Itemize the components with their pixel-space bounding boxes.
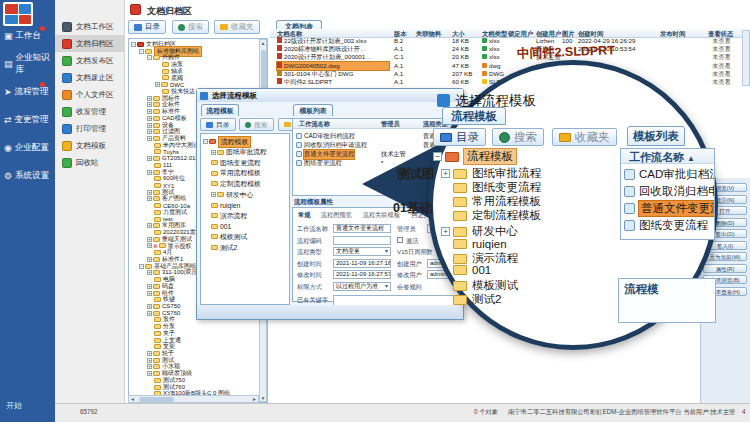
workspace-item-4[interactable]: 文档废止区: [55, 69, 125, 86]
sidebar-item-3[interactable]: ➤流程管理: [0, 80, 55, 104]
doc-name-cell[interactable]: 2020设计开发计划表_000001…: [277, 53, 389, 61]
table-vertical-scrollbar[interactable]: [742, 30, 750, 86]
property-tab-1[interactable]: 常规: [298, 211, 310, 220]
tree-expander-icon[interactable]: +: [147, 371, 152, 376]
field-input[interactable]: 文档变更: [333, 247, 391, 256]
tree-expander-icon[interactable]: +: [147, 102, 152, 107]
tree-expander-icon[interactable]: +: [147, 96, 152, 101]
tree-expander-icon[interactable]: +: [211, 192, 216, 197]
doc-name-cell[interactable]: DWG20040502.dwg: [277, 62, 389, 70]
version-cell: B.2: [394, 37, 403, 45]
dialog-tree-item[interactable]: 测试2: [211, 243, 237, 252]
tree-expander-icon[interactable]: +: [147, 156, 152, 161]
field-input[interactable]: [333, 236, 391, 245]
dialog-tree-item[interactable]: 图纸变更流程: [211, 158, 261, 167]
dialog-tree-item[interactable]: +研发中心: [211, 190, 253, 199]
dialog-tree-item[interactable]: 001: [211, 222, 231, 231]
tree-expander-icon[interactable]: +: [147, 123, 152, 128]
tree-expander-icon[interactable]: +: [147, 284, 152, 289]
doc-name-cell[interactable]: 2020标准物料库图纸设计开…: [277, 45, 389, 53]
favorites-button[interactable]: 收藏夹: [214, 20, 260, 34]
catalog-button[interactable]: 目录: [128, 20, 166, 34]
tree-expander-icon[interactable]: +: [147, 243, 152, 248]
sidebar-item-6[interactable]: ⚙系统设置: [0, 164, 55, 188]
tree-expander-icon[interactable]: +: [147, 196, 152, 201]
workspace-item-3[interactable]: 文档发布区: [55, 52, 125, 69]
workspace-item-label: 回收站: [76, 158, 99, 168]
sidebar-item-4[interactable]: ⇄变更管理: [0, 108, 55, 132]
tree-expander-icon[interactable]: +: [147, 109, 152, 114]
tree-expander-icon[interactable]: +: [147, 129, 152, 134]
dialog-tree-item[interactable]: 定制流程模板: [211, 179, 261, 188]
dialog-titlebar[interactable]: 选择流程模板: [197, 89, 463, 102]
field-input[interactable]: 以过程用户为准: [333, 282, 391, 291]
tree-expander-icon[interactable]: +: [155, 82, 160, 87]
workspace-item-5[interactable]: 个人文件区: [55, 86, 125, 103]
tree-expander-icon[interactable]: −: [131, 42, 136, 47]
dialog-tree-item[interactable]: +图纸审批流程: [211, 148, 267, 157]
workspace-item-label: 文档模板: [76, 141, 106, 151]
tree-expander-icon[interactable]: +: [147, 190, 152, 195]
dialog-tree-item[interactable]: 模板测试: [211, 232, 247, 241]
list-column-header[interactable]: 管理员: [381, 120, 400, 129]
tree-expander-icon[interactable]: −: [203, 139, 208, 144]
search-button[interactable]: 搜索: [172, 20, 209, 34]
tree-expander-icon[interactable]: +: [147, 170, 152, 175]
tree-horizontal-scrollbar[interactable]: ◄ ►: [128, 395, 259, 403]
field-input[interactable]: 2021-11-09 16:27:18: [333, 259, 391, 268]
tab-process-template[interactable]: 流程模板: [201, 104, 239, 116]
action-button-8[interactable]: 属性(R): [703, 264, 747, 273]
tree-expander-icon[interactable]: +: [147, 291, 152, 296]
start-button[interactable]: 开始: [6, 400, 22, 411]
field-input[interactable]: 2021-11-09 16:27:57: [333, 270, 391, 279]
dialog-tree-item[interactable]: 常用流程模板: [211, 169, 261, 178]
dialog-search-button[interactable]: 搜索: [239, 118, 274, 131]
tree-expander-icon[interactable]: +: [147, 311, 152, 316]
tree-expander-icon[interactable]: +: [147, 358, 152, 363]
sidebar-item-1[interactable]: ▣工作台: [0, 24, 55, 48]
tab-template-list[interactable]: 模板列表: [293, 104, 333, 116]
dialog-tree-item[interactable]: 演示流程: [211, 211, 247, 220]
doc-name-cell[interactable]: 中间件2.SLDPRT: [277, 78, 389, 86]
workspace-item-9[interactable]: 回收站: [55, 154, 125, 171]
tree-expander-icon[interactable]: +: [147, 257, 152, 262]
tree-expander-icon: +: [441, 227, 450, 236]
dialog-catalog-button[interactable]: 目录: [200, 118, 236, 131]
dialog-tree-item[interactable]: −流程模板: [203, 137, 251, 146]
template-list-row[interactable]: 回收取消归档申请流程: [296, 141, 367, 149]
dialog-tree-item[interactable]: ruiqien: [211, 201, 240, 210]
tree-expander-icon[interactable]: +: [147, 351, 152, 356]
tree-expander-icon: −: [433, 152, 442, 161]
dialog-tree-label: ruiqien: [220, 202, 240, 209]
archive-area-icon: [130, 4, 141, 15]
tree-expander-icon[interactable]: +: [147, 223, 152, 228]
tree-expander-icon[interactable]: +: [147, 364, 152, 369]
tree-expander-icon[interactable]: −: [147, 55, 152, 60]
property-tab-2[interactable]: 流程图预览: [321, 211, 352, 220]
tree-expander-icon[interactable]: +: [147, 270, 152, 275]
tree-expander-icon[interactable]: +: [211, 150, 216, 155]
template-list-row[interactable]: 普通文件变更流程: [296, 150, 354, 158]
template-list-row[interactable]: CAD审批归档流程: [296, 132, 355, 140]
tree-expander-icon[interactable]: −: [139, 264, 144, 269]
workspace-item-1[interactable]: 文档工作区: [55, 18, 125, 35]
workspace-item-6[interactable]: 收发管理: [55, 103, 125, 120]
folder-icon: [211, 234, 218, 239]
tree-expander-icon[interactable]: +: [147, 116, 152, 121]
sidebar-item-2[interactable]: ▤企业知识库: [0, 52, 55, 76]
doc-name-cell[interactable]: 301-0104 中心泵门 DWG: [277, 70, 389, 78]
sidebar-item-5[interactable]: ◉企业配置: [0, 136, 55, 160]
list-column-header[interactable]: 工作流名称: [299, 120, 330, 129]
activate-checkbox[interactable]: [397, 237, 403, 243]
template-list-row[interactable]: 图纸变更流程: [296, 159, 342, 167]
field-input[interactable]: 普通文件变更流程: [333, 224, 391, 233]
workspace-item-2[interactable]: 文档归档区: [55, 35, 125, 52]
dialog-bottom-strip: [197, 305, 463, 319]
tree-expander-icon[interactable]: −: [139, 49, 144, 54]
workspace-item-7[interactable]: 打印管理: [55, 120, 125, 137]
doc-name-cell[interactable]: 22版设计开发计划表_002.xlsx: [277, 37, 389, 45]
workspace-item-8[interactable]: 文档模板: [55, 137, 125, 154]
tree-expander-icon[interactable]: +: [147, 304, 152, 309]
tree-expander-icon[interactable]: +: [147, 237, 152, 242]
tree-expander-icon[interactable]: +: [147, 136, 152, 141]
